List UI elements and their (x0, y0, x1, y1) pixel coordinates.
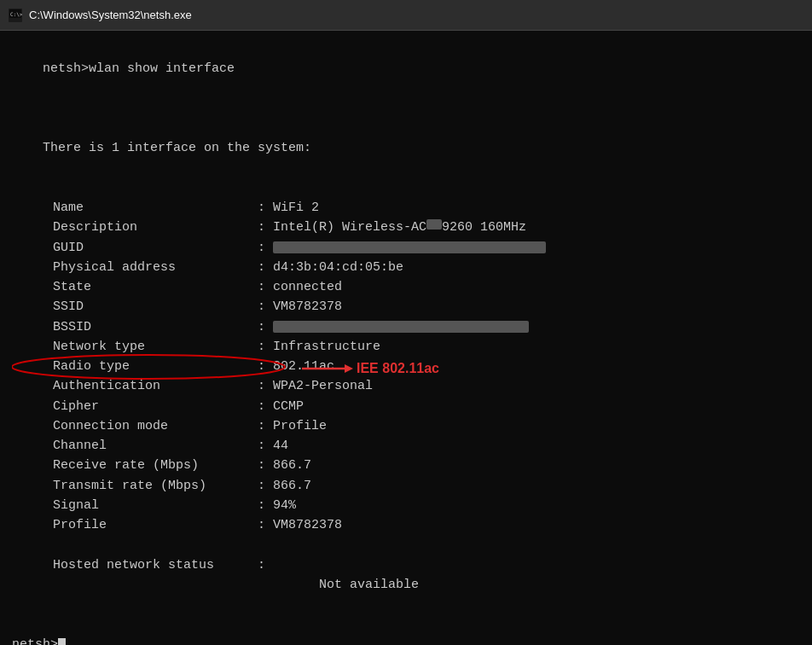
label-radio-type: Radio type (53, 357, 258, 376)
field-physical-address: Physical address : d4:3b:04:cd:05:be (12, 258, 800, 277)
prompt-end-line: netsh> (12, 635, 800, 646)
title-bar: C:\> C:\Windows\System32\netsh.exe (0, 0, 812, 31)
colon-channel: : (258, 436, 273, 456)
value-hosted-network: Not available (273, 555, 419, 615)
field-network-type: Network type : Infrastructure (12, 337, 800, 357)
label-bssid: BSSID (53, 317, 258, 337)
colon-guid: : (258, 238, 273, 258)
label-receive-rate: Receive rate (Mbps) (53, 456, 258, 475)
field-state: State : connected (12, 277, 800, 297)
value-connection-mode: Profile (273, 416, 327, 436)
field-name: Name : WiFi 2 (12, 198, 800, 218)
value-description: Intel(R) Wireless-AC9260 160MHz (273, 218, 526, 237)
label-connection-mode: Connection mode (53, 416, 258, 436)
label-channel: Channel (53, 436, 258, 456)
value-physical-address: d4:3b:04:cd:05:be (273, 258, 403, 277)
empty-line-3 (12, 535, 800, 555)
label-signal: Signal (53, 496, 258, 515)
colon-ssid: : (258, 297, 273, 317)
value-bssid (273, 317, 529, 337)
field-ssid: SSID : VM8782378 (12, 297, 800, 317)
label-ssid: SSID (53, 297, 258, 317)
value-channel: 44 (273, 436, 288, 456)
field-channel: Channel : 44 (12, 436, 800, 456)
label-hosted-network: Hosted network status (53, 555, 258, 615)
empty-line-4 (12, 614, 800, 634)
label-state: State (53, 277, 258, 297)
value-cipher: CCMP (273, 397, 304, 416)
label-description: Description (53, 218, 258, 237)
label-authentication: Authentication (53, 376, 258, 396)
colon-cipher: : (258, 397, 273, 416)
colon-connection-mode: : (258, 416, 273, 436)
annotation-text: IEE 802.11ac (357, 358, 439, 380)
field-cipher: Cipher : CCMP (12, 397, 800, 416)
field-bssid: BSSID : (12, 317, 800, 337)
colon-bssid: : (258, 317, 273, 337)
field-receive-rate: Receive rate (Mbps) : 866.7 (12, 456, 800, 475)
field-description: Description : Intel(R) Wireless-AC9260 1… (12, 218, 800, 237)
cursor-block (58, 638, 66, 645)
value-transmit-rate: 866.7 (273, 476, 311, 496)
cmd-icon: C:\> (9, 9, 22, 22)
value-signal: 94% (273, 496, 296, 515)
terminal: netsh>wlan show interface There is 1 int… (0, 31, 812, 645)
empty-line-1 (12, 99, 800, 119)
arrow-svg (302, 361, 353, 376)
colon-radio-type: : (258, 357, 273, 376)
colon-hosted: : (258, 555, 273, 615)
label-guid: GUID (53, 238, 258, 258)
annotation-arrow: IEE 802.11ac (302, 358, 439, 380)
value-network-type: Infrastructure (273, 337, 380, 357)
field-profile: Profile : VM8782378 (12, 515, 800, 535)
label-physical-address: Physical address (53, 258, 258, 277)
label-transmit-rate: Transmit rate (Mbps) (53, 476, 258, 496)
command-line: netsh>wlan show interface (12, 39, 800, 99)
prompt-text: netsh> (12, 635, 58, 646)
field-transmit-rate: Transmit rate (Mbps) : 866.7 (12, 476, 800, 496)
colon-name: : (258, 198, 273, 218)
interface-count-line: There is 1 interface on the system: (12, 119, 800, 178)
field-guid: GUID : (12, 238, 800, 258)
svg-text:C:\>: C:\> (10, 11, 22, 17)
field-signal: Signal : 94% (12, 496, 800, 515)
colon-authentication: : (258, 376, 273, 396)
colon-profile: : (258, 515, 273, 535)
colon-state: : (258, 277, 273, 297)
label-profile: Profile (53, 515, 258, 535)
label-cipher: Cipher (53, 397, 258, 416)
empty-line-2 (12, 178, 800, 198)
colon-network-type: : (258, 337, 273, 357)
value-receive-rate: 866.7 (273, 456, 311, 475)
value-ssid: VM8782378 (273, 297, 342, 317)
hosted-network-status: Hosted network status : Not available (12, 555, 800, 615)
colon-receive-rate: : (258, 456, 273, 475)
title-bar-text: C:\Windows\System32\netsh.exe (29, 9, 192, 21)
value-name: WiFi 2 (273, 198, 319, 218)
colon-physical-address: : (258, 258, 273, 277)
value-guid (273, 238, 546, 258)
value-profile: VM8782378 (273, 515, 342, 535)
colon-description: : (258, 218, 273, 237)
label-name: Name (53, 198, 258, 218)
svg-marker-5 (345, 364, 353, 373)
colon-transmit-rate: : (258, 476, 273, 496)
field-connection-mode: Connection mode : Profile (12, 416, 800, 436)
label-network-type: Network type (53, 337, 258, 357)
field-radio-type: Radio type : 802.11ac IEE 802.11ac (12, 357, 800, 376)
value-state: connected (273, 277, 342, 297)
colon-signal: : (258, 496, 273, 515)
